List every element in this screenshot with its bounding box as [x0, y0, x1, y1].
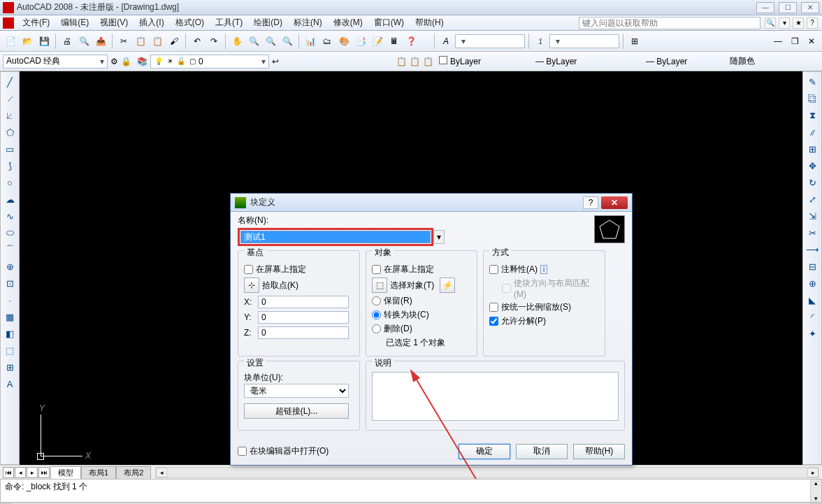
ellipse-icon[interactable]: ⬭ — [2, 226, 17, 240]
tab-last-button[interactable]: ⏭ — [38, 467, 50, 478]
undo-icon[interactable]: ↶ — [189, 34, 205, 49]
allow-explode-checkbox[interactable] — [489, 317, 498, 326]
fillet-icon[interactable]: ◜ — [805, 310, 820, 324]
tab-layout1[interactable]: 布局1 — [81, 466, 116, 479]
help-button[interactable]: 帮助(H) — [573, 444, 625, 459]
ws-gear-icon[interactable]: ⚙ — [110, 57, 118, 66]
doc-restore-icon[interactable]: ❐ — [787, 34, 802, 49]
region-icon[interactable]: ⬚ — [2, 343, 17, 357]
circle-icon[interactable]: ○ — [2, 175, 17, 189]
copy-obj-icon[interactable]: ⿻ — [805, 92, 820, 106]
menu-window[interactable]: 窗口(W) — [368, 15, 410, 30]
tab-next-button[interactable]: ▸ — [27, 467, 38, 478]
y-input[interactable] — [258, 311, 349, 324]
annotative-checkbox[interactable] — [489, 265, 498, 274]
unit-combo[interactable]: 毫米 — [244, 384, 349, 398]
lineweight-combo[interactable]: — ByLayer — [646, 57, 723, 66]
polygon-icon[interactable]: ⬠ — [2, 125, 17, 139]
layer-prev-icon[interactable]: ↩ — [272, 57, 279, 66]
convert-radio[interactable] — [372, 310, 381, 319]
line-icon[interactable]: ╱ — [2, 75, 17, 89]
block-name-input[interactable] — [240, 231, 431, 243]
obj-onscreen-checkbox[interactable] — [372, 265, 381, 274]
rotate-icon[interactable]: ↻ — [805, 175, 820, 189]
linetype-combo[interactable]: — ByLayer — [535, 57, 640, 66]
mtext-icon[interactable]: A — [2, 377, 17, 391]
search-icon[interactable]: 🔍 — [765, 17, 776, 29]
textstyle-combo[interactable] — [455, 34, 525, 48]
color-combo[interactable]: ByLayer — [439, 56, 530, 66]
chamfer-icon[interactable]: ◣ — [805, 293, 820, 307]
layer-walk-icon[interactable]: 📋 — [423, 57, 433, 66]
tablestyle-icon[interactable]: ⊞ — [627, 34, 642, 49]
redo-icon[interactable]: ↷ — [206, 34, 222, 49]
help-search-input[interactable] — [579, 17, 760, 29]
base-onscreen-checkbox[interactable] — [244, 265, 253, 274]
publish-icon[interactable]: 📤 — [93, 34, 108, 49]
stretch-icon[interactable]: ⇲ — [805, 209, 820, 223]
gradient-icon[interactable]: ◧ — [2, 326, 17, 340]
offset-icon[interactable]: ⫽ — [805, 125, 820, 139]
z-input[interactable] — [258, 326, 349, 339]
hatch-icon[interactable]: ▦ — [2, 310, 17, 324]
paste-icon[interactable]: 📋 — [150, 34, 165, 49]
menu-view[interactable]: 视图(V) — [94, 15, 134, 30]
help-icon[interactable]: ? — [807, 17, 818, 29]
quickselect-button[interactable]: ⚡ — [440, 278, 455, 293]
designcenter-icon[interactable]: 🗂 — [319, 34, 335, 49]
dialog-titlebar[interactable]: 块定义 ? ✕ — [231, 194, 632, 212]
menu-edit[interactable]: 编辑(E) — [55, 15, 94, 30]
menu-dimension[interactable]: 标注(N) — [288, 15, 328, 30]
layer-state-icon[interactable]: 📋 — [396, 57, 407, 66]
doc-close-icon[interactable]: ✕ — [804, 34, 819, 49]
dimstyle-combo[interactable] — [549, 34, 619, 48]
copy-icon[interactable]: 📋 — [133, 34, 148, 49]
delete-radio[interactable] — [372, 324, 381, 333]
workspace-combo[interactable]: AutoCAD 经典 — [3, 55, 108, 69]
menu-insert[interactable]: 插入(I) — [134, 15, 169, 30]
extend-icon[interactable]: ⟶ — [805, 243, 820, 257]
scale-icon[interactable]: ⤢ — [805, 192, 820, 206]
table-icon[interactable]: ⊞ — [2, 360, 17, 374]
markup-icon[interactable]: 📝 — [370, 34, 385, 49]
open-editor-checkbox[interactable] — [238, 447, 247, 456]
doc-minimize-icon[interactable]: — — [770, 34, 786, 49]
menu-modify[interactable]: 修改(M) — [328, 15, 368, 30]
description-textarea[interactable] — [372, 372, 619, 421]
rectangle-icon[interactable]: ▭ — [2, 142, 17, 156]
menu-draw[interactable]: 绘图(D) — [248, 15, 288, 30]
point-icon[interactable]: · — [2, 293, 17, 307]
menu-file[interactable]: 文件(F) — [17, 15, 55, 30]
pick-point-button[interactable]: ⊹ — [244, 278, 259, 293]
toolpalette-icon[interactable]: 🎨 — [336, 34, 352, 49]
print-icon[interactable]: 🖨 — [59, 34, 75, 49]
spline-icon[interactable]: ∿ — [2, 209, 17, 223]
trim-icon[interactable]: ✂ — [805, 226, 820, 240]
sheet-icon[interactable]: 📑 — [353, 34, 368, 49]
dimstyle-icon[interactable]: ⟟ — [533, 34, 548, 49]
preview-icon[interactable]: 🔍 — [76, 34, 92, 49]
drawing-canvas[interactable]: Y X 块定义 ? ✕ 名称(N): — [20, 71, 802, 465]
move-icon[interactable]: ✥ — [805, 159, 820, 173]
menu-format[interactable]: 格式(O) — [170, 15, 210, 30]
tab-prev-button[interactable]: ◂ — [15, 467, 26, 478]
close-button[interactable]: ✕ — [801, 2, 819, 13]
break-icon[interactable]: ⊟ — [805, 259, 820, 273]
explode-icon[interactable]: ✦ — [805, 326, 820, 340]
open-icon[interactable]: 📂 — [20, 34, 35, 49]
zoom-rt-icon[interactable]: 🔍 — [246, 34, 261, 49]
layer-manager-icon[interactable]: 📚 — [137, 57, 147, 66]
hyperlink-button[interactable]: 超链接(L)... — [244, 403, 349, 419]
dialog-close-button[interactable]: ✕ — [601, 196, 628, 209]
maximize-button[interactable]: ☐ — [779, 2, 797, 13]
join-icon[interactable]: ⊕ — [805, 276, 820, 290]
new-icon[interactable]: 📄 — [3, 34, 18, 49]
tab-model[interactable]: 模型 — [50, 466, 81, 479]
tab-first-button[interactable]: ⏮ — [3, 467, 14, 478]
star-icon[interactable]: ★ — [793, 17, 804, 29]
command-line[interactable]: 命令: _block 找到 1 个 — [0, 479, 822, 503]
ws-lock-icon[interactable]: 🔒 — [121, 57, 131, 66]
info-icon[interactable]: i — [540, 265, 547, 274]
ellipsearc-icon[interactable]: ⌒ — [2, 243, 17, 257]
save-icon[interactable]: 💾 — [36, 34, 52, 49]
